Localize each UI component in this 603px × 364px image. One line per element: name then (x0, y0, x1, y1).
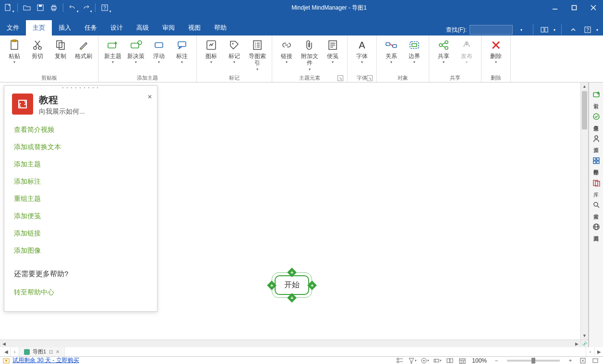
sidepanel-mapparts[interactable]: 导图部件 (591, 151, 602, 172)
zoom-slider-knob[interactable] (531, 358, 535, 364)
find-input[interactable] (470, 25, 513, 35)
ribbon-cut-button[interactable]: 剪切 (26, 37, 49, 59)
ribbon-group-label: 删除 (484, 73, 507, 82)
tutorial-link[interactable]: 添加图像 (14, 247, 147, 255)
publish-icon (460, 38, 473, 52)
tab-高级[interactable]: 高级 (130, 20, 156, 35)
tutorial-link[interactable]: 添加链接 (14, 229, 147, 238)
vertical-scrollbar[interactable]: ▲ ▼ (580, 82, 588, 340)
sidepanel-library[interactable]: 库 (591, 173, 602, 194)
tab-帮助[interactable]: 帮助 (207, 20, 233, 35)
sidepanel-taskinfo[interactable]: 任务信息 (591, 106, 602, 128)
linked-maps-icon[interactable] (445, 357, 455, 364)
qat-undo-button[interactable]: ▾ (66, 2, 79, 13)
maximize-button[interactable] (565, 0, 584, 15)
collapse-ribbon-button[interactable] (567, 24, 579, 35)
tutorial-help-center-link[interactable]: 转至帮助中心 (4, 282, 157, 304)
group-launcher[interactable]: ↘ (367, 75, 373, 81)
zoom-slider[interactable] (507, 360, 560, 362)
group-launcher[interactable]: ↘ (338, 75, 343, 81)
collapse-icon[interactable]: ▾ (433, 357, 442, 364)
window-arrange-button[interactable] (539, 24, 551, 35)
ribbon-attach-button[interactable]: 附加文件▾ (298, 37, 321, 71)
tab-任务[interactable]: 任务 (78, 20, 104, 35)
qat-print-button[interactable] (48, 2, 60, 13)
tab-文件[interactable]: 文件 (0, 20, 26, 35)
ribbon-newTopic-button[interactable]: 新主题▾ (101, 37, 124, 64)
document-tab-pin[interactable]: ⊡ (49, 349, 53, 354)
tutorial-link[interactable]: 添加标注 (14, 177, 147, 186)
close-button[interactable] (584, 0, 603, 15)
ribbon-boundary-button[interactable]: 边界▾ (403, 37, 426, 64)
ribbon-group-label: 添加主题 (101, 73, 193, 82)
ribbon-font-button[interactable]: A字体▾ (350, 37, 374, 64)
sidepanel-browser[interactable]: 浏览器 (591, 217, 602, 238)
ribbon-formatPainter-button[interactable]: 格式刷 (72, 37, 95, 59)
filter-icon[interactable]: ▾ (408, 357, 417, 364)
ribbon-icons-button[interactable]: 图标▾ (200, 37, 223, 64)
tab-主页[interactable]: 主页 (26, 20, 52, 35)
tab-视图[interactable]: 视图 (181, 20, 207, 35)
tab-nav-next[interactable]: › (586, 347, 594, 356)
ribbon-callout-button[interactable]: 标注▾ (170, 37, 193, 64)
tutorial-link[interactable]: 添加或替换文本 (14, 143, 147, 152)
fullscreen-icon[interactable] (591, 357, 600, 364)
vertical-scroll-thumb[interactable] (582, 91, 587, 129)
document-tab-close[interactable]: ✕ (56, 349, 60, 354)
tutorial-link[interactable]: 查看简介视频 (14, 126, 147, 134)
canvas[interactable]: • • • • • • • • • ✕ 教程 向我展示如何... 查看简介视频添… (0, 82, 589, 347)
tutorial-close-button[interactable]: ✕ (145, 93, 154, 101)
ribbon-delete-button[interactable]: 删除▾ (484, 37, 507, 64)
find-dropdown[interactable]: ▾ (516, 24, 527, 35)
ribbon-newDecision-button[interactable]: 新决策▾ (124, 37, 147, 64)
fit-to-window-icon[interactable] (578, 357, 588, 364)
svg-rect-17 (12, 40, 16, 42)
help-dropdown-button[interactable]: ? (582, 24, 593, 35)
svg-rect-61 (593, 158, 596, 160)
ribbon-callout-label: 标注 (176, 53, 188, 59)
tab-nav-last[interactable]: ▶ (594, 347, 603, 356)
horizontal-scrollbar[interactable]: ◀ ▶ (0, 340, 580, 347)
scroll-left-arrow[interactable]: ◀ (0, 341, 8, 346)
qat-save-button[interactable] (34, 2, 47, 13)
ribbon-link-button[interactable]: 链接▾ (275, 37, 298, 64)
scroll-down-arrow[interactable]: ▼ (581, 332, 588, 340)
tutorial-link[interactable]: 添加便笺 (14, 212, 147, 221)
ribbon-share-button[interactable]: 共享▾ (432, 37, 455, 64)
zoom-out-button[interactable]: − (492, 357, 501, 364)
ribbon-index-button[interactable]: 导图索引▾ (246, 37, 269, 71)
sidepanel-search[interactable]: 搜索 (591, 195, 602, 216)
minimize-button[interactable] (545, 0, 565, 15)
ribbon-floating-button[interactable]: 浮动▾ (147, 37, 170, 64)
qat-help-button[interactable]: ?▾ (98, 2, 111, 13)
ribbon-relationship-button[interactable]: 关系▾ (380, 37, 403, 64)
tab-审阅[interactable]: 审阅 (156, 20, 181, 35)
scroll-corner-icon[interactable] (580, 340, 588, 347)
qat-open-button[interactable] (21, 2, 33, 13)
outline-view-icon[interactable] (395, 357, 405, 364)
ribbon-tags-button[interactable]: 标记▾ (223, 37, 246, 64)
ribbon-paste-button[interactable]: 粘贴▾ (3, 37, 26, 64)
sidepanel-resources[interactable]: 资源 (591, 129, 602, 150)
zoom-in-button[interactable]: + (566, 357, 575, 364)
tutorial-link[interactable]: 重组主题 (14, 195, 147, 203)
scroll-right-arrow[interactable]: ▶ (573, 341, 580, 346)
qat-redo-button[interactable]: ▾ (80, 2, 92, 13)
tab-插入[interactable]: 插入 (52, 20, 78, 35)
tab-设计[interactable]: 设计 (104, 20, 130, 35)
tab-nav-first[interactable]: ◀ (2, 347, 11, 356)
ribbon-copy-button[interactable]: 复制 (49, 37, 72, 59)
scroll-up-arrow[interactable]: ▲ (581, 82, 588, 90)
trial-link[interactable]: 试用剩余 30 天 - 立即购买 (12, 356, 79, 364)
ribbon-notes-button[interactable]: 便笺▾ (321, 37, 344, 64)
qat-new-button[interactable]: ▾ (2, 2, 14, 13)
tutorial-link[interactable]: 添加主题 (14, 160, 147, 169)
calendar-icon[interactable]: 24 (458, 357, 467, 364)
focus-icon[interactable]: ▾ (420, 357, 430, 364)
ribbon-floating-label: 浮动 (153, 53, 165, 59)
sidepanel-index[interactable]: 索引 (591, 84, 602, 106)
document-tab[interactable]: 导图1 ⊡ ✕ (19, 347, 65, 356)
ribbon-boundary-label: 边界 (409, 53, 420, 59)
central-topic-node[interactable]: 开始 + + + + (275, 275, 309, 295)
tab-nav-prev[interactable]: ‹ (11, 347, 19, 356)
